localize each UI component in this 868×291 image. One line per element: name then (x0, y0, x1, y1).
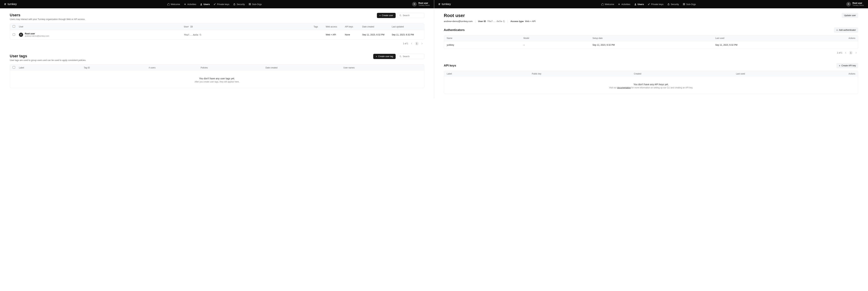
empty-title: You don't have any API keys yet. (444, 83, 858, 86)
current-org-name: Turnkey Demo (418, 4, 430, 6)
copy-icon[interactable] (503, 20, 505, 23)
col-policies: Policies (201, 66, 266, 69)
user-email: andrew+demo@turnkey.com (25, 35, 49, 37)
brand-logo[interactable]: turnkey (438, 3, 451, 6)
key-icon (648, 3, 650, 5)
user-detail-title: Root user (444, 13, 536, 18)
col-last-used: Last used (715, 37, 838, 39)
select-all-users-checkbox[interactable] (13, 25, 15, 28)
create-user-tag-button[interactable]: +Create user tag (373, 54, 396, 59)
users-title: Users (10, 13, 85, 17)
user-name: Root user (25, 32, 49, 35)
search-icon (399, 14, 402, 17)
nav-user-menu[interactable]: R Root user Turnkey Demo (412, 2, 430, 6)
search-icon (399, 55, 402, 58)
users-search[interactable] (397, 13, 424, 18)
authenticators-title: Authenticators (444, 28, 465, 32)
user-id-label: User ID (478, 20, 486, 23)
users-list-pane: turnkey Welcome Activities Users Private… (0, 0, 434, 98)
col-last-updated: Last updated (392, 26, 421, 28)
grid-icon (683, 3, 685, 5)
nav-user-menu[interactable]: R Root user Turnkey Demo (846, 2, 864, 6)
tags-search-input[interactable] (403, 55, 422, 58)
select-user-checkbox[interactable] (13, 33, 15, 36)
update-user-button[interactable]: Update user (842, 13, 858, 18)
empty-subtitle: Visit our documentation for more informa… (444, 86, 858, 89)
nav-security[interactable]: Security (667, 3, 679, 5)
nav-security[interactable]: Security (233, 3, 245, 5)
user-avatar: R (19, 33, 23, 37)
nav-links: Welcome Activities Users Private keys Se… (167, 3, 262, 5)
chevron-left-icon (844, 52, 847, 54)
nav-private-keys[interactable]: Private keys (648, 3, 663, 5)
user-date-created: Sep 11, 2023, 6:32 PM (362, 33, 392, 36)
user-icon (200, 3, 203, 5)
col-user-id: User ID (184, 26, 314, 28)
users-table: User User ID Tags Web access API keys Da… (10, 23, 424, 39)
col-tag-id: Tag ID (84, 66, 149, 69)
col-api-keys: API keys (345, 26, 362, 28)
create-user-button[interactable]: +Create user (377, 13, 396, 18)
empty-title: You don't have any user tags yet. (10, 77, 424, 80)
users-search-input[interactable] (403, 14, 422, 17)
current-user-name: Root user (418, 2, 430, 4)
tags-search[interactable] (397, 54, 424, 59)
brand-name: turnkey (8, 3, 17, 6)
top-nav: turnkey Welcome Activities Users Private… (0, 0, 434, 8)
api-keys-empty-state: You don't have any API keys yet. Visit o… (444, 77, 858, 94)
chevron-left-icon (410, 42, 413, 45)
api-keys-title: API keys (444, 64, 456, 67)
documentation-link[interactable]: documentation (617, 86, 631, 89)
pager-prev[interactable] (410, 42, 413, 45)
tags-section-head: User tags User tags are used to group us… (10, 54, 424, 61)
plus-icon: + (376, 55, 377, 58)
nav-users[interactable]: Users (634, 3, 644, 5)
copy-icon[interactable] (199, 34, 202, 36)
col-date-created: Date created (266, 66, 343, 69)
pager-next[interactable] (421, 42, 424, 45)
nav-private-keys[interactable]: Private keys (214, 3, 229, 5)
pager-prev[interactable] (844, 51, 847, 54)
pager-text: 1 of 1 (837, 52, 842, 54)
tags-title: User tags (10, 54, 86, 58)
plus-icon: + (379, 14, 381, 17)
pager-page[interactable]: 1 (849, 51, 853, 55)
user-detail-head: Root user andrew+demo@turnkey.com | User… (444, 13, 859, 23)
col-created: Created (634, 72, 736, 75)
create-api-key-button[interactable]: +Create API key (836, 63, 858, 68)
nav-sub-orgs[interactable]: Sub-Orgs (683, 3, 696, 5)
auth-setup-date: Sep 11, 2023, 6:32 PM (592, 44, 715, 46)
pager-text: 1 of 1 (403, 42, 408, 45)
home-icon (601, 3, 603, 5)
nav-activities[interactable]: Activities (184, 3, 196, 5)
plus-icon: + (836, 29, 838, 31)
nav-users[interactable]: Users (200, 3, 210, 5)
user-icon (634, 3, 637, 5)
nav-welcome[interactable]: Welcome (167, 3, 180, 5)
select-all-tags-checkbox[interactable] (13, 66, 15, 68)
col-name: Name (447, 37, 524, 39)
pager-next[interactable] (855, 51, 858, 54)
tags-subtitle: User tags are used to group users and ca… (10, 59, 86, 61)
authenticators-table: Name Model Setup date Last used Actions … (444, 35, 859, 49)
authenticators-head: Authenticators +Add authenticator (444, 27, 859, 33)
nav-activities[interactable]: Activities (618, 3, 630, 5)
col-tags: Tags (314, 26, 326, 28)
turnkey-logo-icon (4, 3, 7, 5)
authenticator-row[interactable]: yubikey – Sep 11, 2023, 6:32 PM Sep 11, … (444, 41, 858, 49)
auth-model: – (523, 44, 592, 46)
user-detail-pane: turnkey Welcome Activities Users Private… (434, 0, 868, 98)
user-row[interactable]: R Root user andrew+demo@turnkey.com f0a7… (10, 30, 424, 39)
pager-page[interactable]: 1 (415, 42, 419, 46)
api-keys-head: API keys +Create API key (444, 63, 859, 68)
nav-welcome[interactable]: Welcome (601, 3, 614, 5)
col-user: User (19, 26, 184, 28)
nav-sub-orgs[interactable]: Sub-Orgs (249, 3, 262, 5)
col-num-users: # users (149, 66, 201, 69)
nav-links: Welcome Activities Users Private keys Se… (601, 3, 696, 5)
access-type-label: Access type (510, 20, 524, 23)
add-authenticator-button[interactable]: +Add authenticator (834, 27, 858, 33)
brand-logo[interactable]: turnkey (4, 3, 17, 6)
plus-icon: + (839, 64, 840, 67)
turnkey-logo-icon (438, 3, 441, 5)
